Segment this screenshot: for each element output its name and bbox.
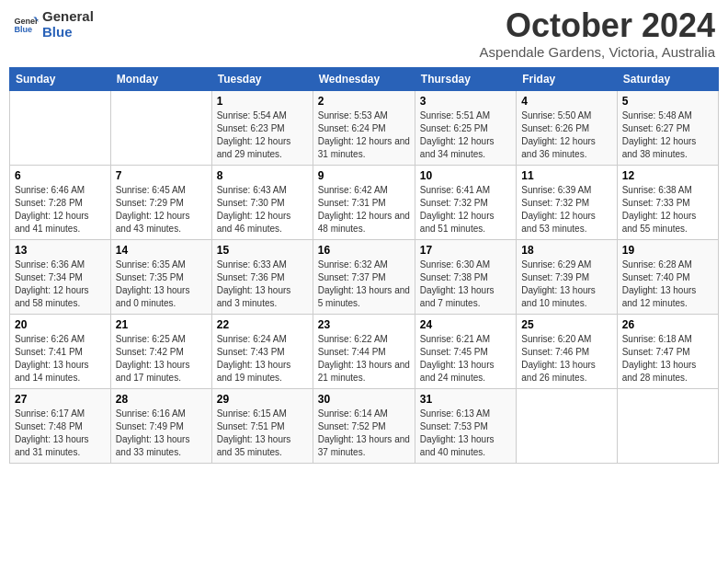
calendar-cell: 11Sunrise: 6:39 AMSunset: 7:32 PMDayligh…	[517, 166, 617, 240]
calendar-cell: 21Sunrise: 6:25 AMSunset: 7:42 PMDayligh…	[110, 315, 211, 389]
calendar-cell: 4Sunrise: 5:50 AMSunset: 6:26 PMDaylight…	[517, 91, 617, 166]
day-number: 27	[15, 393, 106, 406]
day-info: Sunrise: 6:24 AMSunset: 7:43 PMDaylight:…	[217, 333, 308, 385]
day-info: Sunrise: 6:17 AMSunset: 7:48 PMDaylight:…	[15, 408, 106, 459]
day-info: Sunrise: 6:46 AMSunset: 7:28 PMDaylight:…	[15, 184, 106, 236]
calendar-cell: 18Sunrise: 6:29 AMSunset: 7:39 PMDayligh…	[517, 240, 617, 315]
day-info: Sunrise: 6:15 AMSunset: 7:51 PMDaylight:…	[217, 408, 308, 459]
calendar-cell: 12Sunrise: 6:38 AMSunset: 7:33 PMDayligh…	[617, 166, 718, 240]
logo-line1: General	[42, 9, 94, 25]
day-info: Sunrise: 6:39 AMSunset: 7:32 PMDaylight:…	[521, 184, 611, 236]
weekday-header: Wednesday	[313, 68, 415, 91]
calendar-cell: 15Sunrise: 6:33 AMSunset: 7:36 PMDayligh…	[211, 240, 313, 315]
day-number: 1	[217, 95, 308, 108]
day-info: Sunrise: 6:33 AMSunset: 7:36 PMDaylight:…	[217, 259, 308, 310]
day-info: Sunrise: 5:50 AMSunset: 6:26 PMDaylight:…	[521, 109, 611, 161]
day-info: Sunrise: 6:28 AMSunset: 7:40 PMDaylight:…	[622, 259, 713, 310]
day-info: Sunrise: 6:13 AMSunset: 7:53 PMDaylight:…	[420, 408, 511, 459]
day-number: 31	[420, 393, 511, 406]
page-header: General Blue General Blue October 2024 A…	[9, 9, 719, 60]
day-number: 12	[622, 169, 713, 182]
day-info: Sunrise: 6:41 AMSunset: 7:32 PMDaylight:…	[420, 184, 511, 236]
day-info: Sunrise: 6:35 AMSunset: 7:35 PMDaylight:…	[116, 259, 207, 310]
day-number: 13	[15, 244, 106, 257]
day-number: 16	[318, 244, 410, 257]
day-number: 21	[116, 318, 207, 331]
calendar-cell: 23Sunrise: 6:22 AMSunset: 7:44 PMDayligh…	[313, 315, 415, 389]
weekday-row: SundayMondayTuesdayWednesdayThursdayFrid…	[10, 68, 719, 91]
calendar-week-row: 20Sunrise: 6:26 AMSunset: 7:41 PMDayligh…	[10, 315, 719, 389]
calendar-cell: 14Sunrise: 6:35 AMSunset: 7:35 PMDayligh…	[110, 240, 211, 315]
day-number: 10	[420, 169, 511, 182]
calendar-cell: 3Sunrise: 5:51 AMSunset: 6:25 PMDaylight…	[415, 91, 516, 166]
day-number: 20	[15, 318, 106, 331]
day-number: 23	[318, 318, 410, 331]
day-info: Sunrise: 6:21 AMSunset: 7:45 PMDaylight:…	[420, 333, 511, 385]
calendar-cell: 19Sunrise: 6:28 AMSunset: 7:40 PMDayligh…	[617, 240, 718, 315]
calendar-cell: 31Sunrise: 6:13 AMSunset: 7:53 PMDayligh…	[415, 389, 516, 464]
day-info: Sunrise: 6:32 AMSunset: 7:37 PMDaylight:…	[318, 259, 410, 310]
day-info: Sunrise: 6:45 AMSunset: 7:29 PMDaylight:…	[116, 184, 207, 236]
calendar-cell: 10Sunrise: 6:41 AMSunset: 7:32 PMDayligh…	[415, 166, 516, 240]
day-info: Sunrise: 6:30 AMSunset: 7:38 PMDaylight:…	[420, 259, 511, 310]
day-number: 5	[622, 95, 713, 108]
day-info: Sunrise: 6:18 AMSunset: 7:47 PMDaylight:…	[622, 333, 713, 385]
calendar-week-row: 27Sunrise: 6:17 AMSunset: 7:48 PMDayligh…	[10, 389, 719, 464]
calendar-cell: 6Sunrise: 6:46 AMSunset: 7:28 PMDaylight…	[10, 166, 111, 240]
calendar-cell: 29Sunrise: 6:15 AMSunset: 7:51 PMDayligh…	[211, 389, 313, 464]
calendar-cell: 1Sunrise: 5:54 AMSunset: 6:23 PMDaylight…	[211, 91, 313, 166]
day-number: 30	[318, 393, 410, 406]
calendar-header: SundayMondayTuesdayWednesdayThursdayFrid…	[10, 68, 719, 91]
day-number: 8	[217, 169, 308, 182]
day-number: 11	[521, 169, 611, 182]
calendar-cell: 20Sunrise: 6:26 AMSunset: 7:41 PMDayligh…	[10, 315, 111, 389]
day-info: Sunrise: 5:53 AMSunset: 6:24 PMDaylight:…	[318, 109, 410, 161]
calendar-body: 1Sunrise: 5:54 AMSunset: 6:23 PMDaylight…	[10, 91, 719, 464]
calendar-cell: 25Sunrise: 6:20 AMSunset: 7:46 PMDayligh…	[517, 315, 617, 389]
month-title: October 2024	[479, 9, 715, 42]
weekday-header: Friday	[517, 68, 617, 91]
weekday-header: Tuesday	[211, 68, 313, 91]
calendar-cell: 22Sunrise: 6:24 AMSunset: 7:43 PMDayligh…	[211, 315, 313, 389]
calendar-cell: 8Sunrise: 6:43 AMSunset: 7:30 PMDaylight…	[211, 166, 313, 240]
calendar-cell: 7Sunrise: 6:45 AMSunset: 7:29 PMDaylight…	[110, 166, 211, 240]
calendar-cell: 24Sunrise: 6:21 AMSunset: 7:45 PMDayligh…	[415, 315, 516, 389]
logo: General Blue General Blue	[13, 9, 94, 40]
day-number: 25	[521, 318, 611, 331]
day-info: Sunrise: 6:38 AMSunset: 7:33 PMDaylight:…	[622, 184, 713, 236]
day-number: 6	[15, 169, 106, 182]
day-number: 29	[217, 393, 308, 406]
calendar-cell: 5Sunrise: 5:48 AMSunset: 6:27 PMDaylight…	[617, 91, 718, 166]
day-info: Sunrise: 5:54 AMSunset: 6:23 PMDaylight:…	[217, 109, 308, 161]
location-text: Aspendale Gardens, Victoria, Australia	[479, 44, 715, 60]
day-info: Sunrise: 6:22 AMSunset: 7:44 PMDaylight:…	[318, 333, 410, 385]
calendar-cell	[10, 91, 111, 166]
calendar-cell: 28Sunrise: 6:16 AMSunset: 7:49 PMDayligh…	[110, 389, 211, 464]
day-number: 28	[116, 393, 207, 406]
day-info: Sunrise: 6:20 AMSunset: 7:46 PMDaylight:…	[521, 333, 611, 385]
calendar-cell: 13Sunrise: 6:36 AMSunset: 7:34 PMDayligh…	[10, 240, 111, 315]
day-number: 17	[420, 244, 511, 257]
weekday-header: Monday	[110, 68, 211, 91]
calendar-cell	[617, 389, 718, 464]
calendar-week-row: 6Sunrise: 6:46 AMSunset: 7:28 PMDaylight…	[10, 166, 719, 240]
day-info: Sunrise: 6:14 AMSunset: 7:52 PMDaylight:…	[318, 408, 410, 459]
day-info: Sunrise: 6:16 AMSunset: 7:49 PMDaylight:…	[116, 408, 207, 459]
logo-line2: Blue	[42, 25, 94, 40]
calendar-cell: 17Sunrise: 6:30 AMSunset: 7:38 PMDayligh…	[415, 240, 516, 315]
day-number: 4	[521, 95, 611, 108]
logo-text: General Blue	[42, 9, 94, 40]
day-number: 19	[622, 244, 713, 257]
calendar-cell: 2Sunrise: 5:53 AMSunset: 6:24 PMDaylight…	[313, 91, 415, 166]
weekday-header: Sunday	[10, 68, 111, 91]
day-info: Sunrise: 5:51 AMSunset: 6:25 PMDaylight:…	[420, 109, 511, 161]
calendar-cell	[110, 91, 211, 166]
calendar-cell	[517, 389, 617, 464]
day-info: Sunrise: 5:48 AMSunset: 6:27 PMDaylight:…	[622, 109, 713, 161]
calendar-week-row: 13Sunrise: 6:36 AMSunset: 7:34 PMDayligh…	[10, 240, 719, 315]
day-number: 24	[420, 318, 511, 331]
day-number: 18	[521, 244, 611, 257]
day-info: Sunrise: 6:26 AMSunset: 7:41 PMDaylight:…	[15, 333, 106, 385]
day-number: 7	[116, 169, 207, 182]
svg-text:Blue: Blue	[14, 25, 32, 34]
